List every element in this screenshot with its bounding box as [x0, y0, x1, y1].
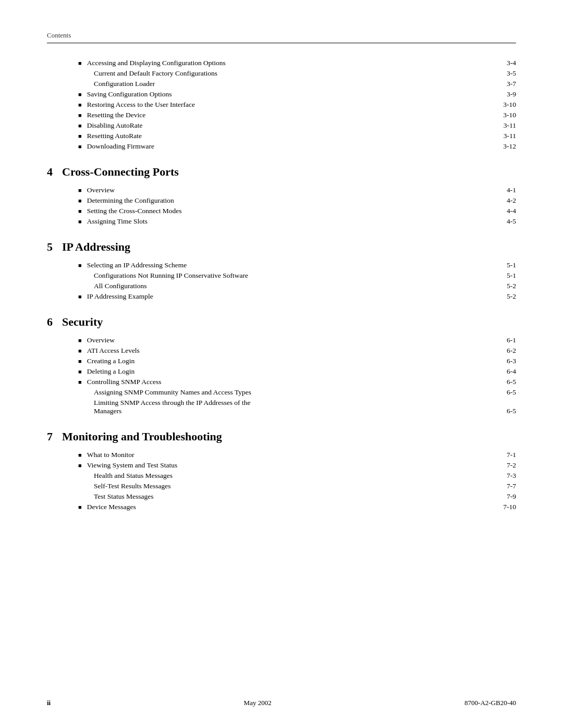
entry-page-number: 3-12 [503, 142, 516, 151]
entry-label: Device Messages [87, 503, 292, 511]
toc-entry: Configurations Not Running IP Conservati… [78, 272, 516, 280]
chapter-title: IP Addressing [62, 240, 130, 253]
chapter-heading-4: 4Cross-Connecting Ports [47, 165, 516, 179]
entry-page-number: 6-4 [507, 367, 516, 376]
entry-page-number: 5-2 [507, 282, 516, 290]
entry-page-number: 3-11 [504, 132, 516, 140]
entry-label: Disabling AutoRate [87, 121, 292, 130]
toc-entry: ■What to Monitor7-1 [78, 451, 516, 459]
entry-label: Self-Test Results Messages [94, 482, 297, 490]
header-label: Contents [47, 31, 71, 39]
entry-page-number: 4-1 [507, 186, 516, 194]
bullet-icon: ■ [78, 122, 82, 129]
bullet-icon: ■ [78, 187, 82, 193]
entry-label: Setting the Cross-Connect Modes [87, 207, 294, 215]
entry-label: ATI Access Levels [87, 347, 294, 355]
entry-page-number: 7-7 [507, 482, 516, 490]
entry-label: Test Status Messages [94, 492, 297, 501]
entry-page-number: 4-2 [507, 196, 516, 205]
entry-page-number: 5-2 [507, 292, 516, 301]
toc-entry: Configuration Loader3-7 [78, 80, 516, 88]
entry-label-line2: Managers [94, 407, 121, 415]
entry-page-number: 5-1 [507, 261, 516, 269]
toc-entry: ■Determining the Configuration4-2 [78, 196, 516, 205]
entry-page-number: 3-10 [503, 111, 516, 119]
toc-entry: ■Viewing System and Test Status7-2 [78, 461, 516, 470]
bullet-icon: ■ [78, 293, 82, 300]
entry-dots [299, 85, 503, 86]
entry-dots [296, 202, 503, 203]
entry-label: Assigning Time Slots [87, 217, 294, 226]
bullet-icon: ■ [78, 143, 82, 150]
bullet-icon: ■ [78, 112, 82, 118]
bullet-icon: ■ [78, 358, 82, 364]
bullet-icon: ■ [78, 379, 82, 385]
chapter-title: Security [62, 315, 103, 328]
entry-page-number: 6-5 [507, 378, 516, 386]
entry-label: Overview [87, 336, 294, 344]
entry-dots [294, 117, 499, 117]
bullet-icon: ■ [78, 133, 82, 139]
entry-page-number: 3-9 [507, 90, 516, 98]
entry-dots [299, 477, 503, 478]
bullet-icon: ■ [78, 218, 82, 225]
entry-dots [294, 138, 499, 138]
toc-entry: ■Overview6-1 [78, 336, 516, 344]
toc-entry: ■Assigning Time Slots4-5 [78, 217, 516, 226]
entry-page-number: 7-3 [507, 472, 516, 480]
entry-dots [296, 384, 503, 384]
chapter-number: 6 [47, 315, 53, 328]
toc-entry: Limiting SNMP Access through the IP Addr… [78, 399, 516, 415]
bullet-icon: ■ [78, 91, 82, 97]
entry-label: Resetting AutoRate [87, 132, 292, 140]
entry-dots [294, 127, 499, 128]
toc-content: ■Accessing and Displaying Configuration … [47, 59, 516, 511]
entry-label: Accessing and Displaying Configuration O… [87, 59, 294, 67]
toc-entries-3: ■Overview6-1■ATI Access Levels6-2■Creati… [47, 336, 516, 415]
entry-dots [296, 223, 503, 224]
bullet-icon: ■ [78, 262, 82, 268]
entry-dots [299, 288, 503, 288]
entry-label: Selecting an IP Addressing Scheme [87, 261, 294, 269]
entry-dots [299, 277, 503, 278]
entry-label: Resetting the Device [87, 111, 292, 119]
toc-entry: ■Disabling AutoRate3-11 [78, 121, 516, 130]
toc-entry: ■Restoring Access to the User Interface3… [78, 101, 516, 109]
entry-dots [296, 363, 503, 363]
entry-page-number: 6-1 [507, 336, 516, 344]
footer-doc-number: 8700-A2-GB20-40 [464, 699, 516, 707]
entry-page-number: 4-4 [507, 207, 516, 215]
toc-entry: ■Accessing and Displaying Configuration … [78, 59, 516, 67]
entry-dots [296, 352, 503, 353]
entry-label: Saving Configuration Options [87, 90, 294, 98]
entry-page-number: 3-10 [503, 101, 516, 109]
entry-label: Current and Default Factory Configuratio… [94, 69, 297, 78]
entry-dots [294, 148, 499, 149]
bullet-icon: ■ [78, 452, 82, 458]
chapter-number: 4 [47, 165, 53, 178]
toc-entry: ■Resetting the Device3-10 [78, 111, 516, 119]
entry-dots [294, 509, 499, 509]
toc-entry: ■Downloading Firmware3-12 [78, 142, 516, 151]
toc-entry: ■Overview4-1 [78, 186, 516, 194]
toc-entry: Self-Test Results Messages7-7 [78, 482, 516, 490]
chapter-heading-5: 5IP Addressing [47, 240, 516, 254]
bullet-icon: ■ [78, 337, 82, 343]
entry-dots [296, 298, 503, 299]
toc-entries-1: ■Overview4-1■Determining the Configurati… [47, 186, 516, 226]
page-footer: ii May 2002 8700-A2-GB20-40 [47, 699, 516, 707]
bullet-icon: ■ [78, 368, 82, 375]
bullet-icon: ■ [78, 504, 82, 510]
entry-page-number: 7-2 [507, 461, 516, 470]
page: Contents ■Accessing and Displaying Confi… [0, 0, 563, 728]
bullet-icon: ■ [78, 348, 82, 354]
toc-entry: ■ATI Access Levels6-2 [78, 347, 516, 355]
toc-entry: ■Selecting an IP Addressing Scheme5-1 [78, 261, 516, 269]
footer-page-number: ii [47, 699, 51, 707]
entry-page-number: 6-3 [507, 357, 516, 365]
entry-page-number: 7-9 [507, 492, 516, 501]
entry-label: Assigning SNMP Community Names and Acces… [94, 388, 297, 397]
chapter-title: Monitoring and Troubleshooting [62, 430, 222, 443]
toc-entry: ■IP Addressing Example5-2 [78, 292, 516, 301]
entry-page-number: 6-2 [507, 347, 516, 355]
